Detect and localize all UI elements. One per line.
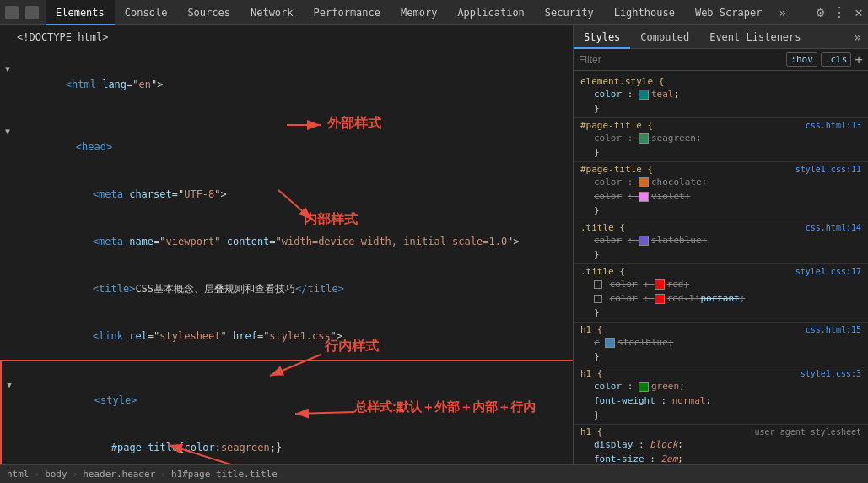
prop-colon: : bbox=[628, 235, 639, 246]
rule-source[interactable]: css.html:13 bbox=[806, 121, 861, 130]
rule-prop-2: color : violet; bbox=[580, 189, 861, 204]
style-rule-title-1: .title { css.html:14 color : slateblue; … bbox=[574, 220, 868, 264]
close-icon[interactable]: ✕ bbox=[855, 4, 863, 20]
rule-selector: h1 { bbox=[580, 368, 603, 379]
checkbox[interactable] bbox=[594, 280, 602, 289]
prop-colon: : bbox=[643, 293, 654, 304]
toolbar-right: ⚙ ⋮ ✕ bbox=[817, 4, 863, 20]
styles-tab-computed[interactable]: Computed bbox=[630, 25, 699, 49]
html-line: <html lang="en"> bbox=[0, 46, 573, 108]
status-body[interactable]: body bbox=[45, 469, 67, 480]
styles-tab-event-listeners[interactable]: Event Listeners bbox=[699, 25, 811, 49]
styles-tab-styles[interactable]: Styles bbox=[574, 25, 630, 49]
tab-application[interactable]: Application bbox=[447, 0, 534, 25]
filter-input[interactable] bbox=[579, 54, 783, 66]
html-line: <title>CSS基本概念、层叠规则和查看技巧</title> bbox=[0, 265, 573, 312]
styles-content: element.style { color : teal; } #page-ti… bbox=[574, 71, 868, 464]
style-rule-h1-2: h1 { style1.css:3 color : green; font-we… bbox=[574, 366, 868, 425]
prop-semi: ; bbox=[702, 176, 708, 187]
prop-name: display bbox=[594, 439, 633, 450]
prop-val: slateblue bbox=[639, 235, 702, 246]
prop-semi: ; bbox=[696, 133, 702, 144]
status-header[interactable]: header.header bbox=[83, 469, 155, 480]
prop-val: block bbox=[650, 439, 677, 450]
rule-header: h1 { user agent stylesheet bbox=[580, 426, 861, 437]
prop-val: green bbox=[639, 381, 679, 392]
prop-colon: : bbox=[628, 176, 639, 187]
tab-network[interactable]: Network bbox=[240, 0, 304, 25]
prop-name: color bbox=[610, 293, 638, 304]
status-sep-3: › bbox=[160, 469, 166, 480]
prop-name: color bbox=[610, 279, 638, 290]
rule-prop-2: font-size : 2em; bbox=[580, 452, 861, 464]
rule-source[interactable]: style1.css:3 bbox=[801, 369, 861, 378]
rule-prop: display : block; bbox=[580, 437, 861, 452]
prop-val: normal bbox=[672, 395, 706, 406]
prop-val-1: chocolate bbox=[639, 176, 702, 187]
rule-header: element.style { bbox=[580, 76, 861, 87]
prop-semi: ; bbox=[677, 439, 683, 450]
prop-name: color bbox=[594, 235, 622, 246]
rule-close: } bbox=[580, 101, 861, 116]
tabs-more-button[interactable]: » bbox=[772, 6, 792, 19]
window-controls bbox=[5, 6, 39, 19]
status-h1[interactable]: h1#page-title.title bbox=[171, 469, 278, 480]
prop-semi: ; bbox=[674, 89, 680, 100]
prop-semi: ; bbox=[677, 453, 683, 464]
tab-webscraper[interactable]: Web Scraper bbox=[685, 0, 772, 25]
rule-selector: h1 { bbox=[580, 426, 603, 437]
tab-memory[interactable]: Memory bbox=[391, 0, 447, 25]
styles-tabs: Styles Computed Event Listeners » bbox=[574, 25, 868, 49]
html-line-css1: #page-title{color:seagreen;} bbox=[0, 424, 573, 464]
tab-sources[interactable]: Sources bbox=[177, 0, 240, 25]
rule-prop: color steelblue; bbox=[580, 335, 861, 350]
prop-val: red-li bbox=[655, 293, 701, 304]
html-line: <!DOCTYPE html> bbox=[0, 29, 573, 46]
tab-elements[interactable]: Elements bbox=[46, 0, 115, 25]
tab-lighthouse[interactable]: Lighthouse bbox=[604, 0, 685, 25]
rule-close: } bbox=[580, 247, 861, 262]
rule-source[interactable]: style1.css:17 bbox=[795, 267, 861, 276]
prop-colon: : bbox=[628, 89, 639, 100]
filter-cls-button[interactable]: .cls bbox=[821, 52, 852, 67]
settings-icon[interactable]: ⚙ bbox=[817, 4, 825, 20]
filter-bar: :hov .cls + bbox=[574, 49, 868, 71]
rule-close: } bbox=[580, 350, 861, 364]
filter-plus-button[interactable]: + bbox=[855, 52, 863, 68]
tab-performance[interactable]: Performance bbox=[304, 0, 391, 25]
rule-source[interactable]: css.html:15 bbox=[806, 325, 861, 334]
prop-colon: : bbox=[639, 439, 650, 450]
rule-close: } bbox=[580, 145, 861, 160]
html-line: <head> bbox=[0, 108, 573, 171]
html-line: <meta name="viewport" content="width=dev… bbox=[0, 218, 573, 265]
style-rule-h1-1: h1 { css.html:15 color steelblue; } bbox=[574, 323, 868, 366]
prop-val: 2em bbox=[660, 453, 677, 464]
top-bar: Elements Console Sources Network Perform… bbox=[0, 0, 868, 25]
checkbox[interactable] bbox=[594, 295, 602, 303]
left-panel: <!DOCTYPE html> <html lang="en"> <head> … bbox=[0, 25, 574, 464]
prop-name: color bbox=[594, 89, 622, 100]
prop-name: color bbox=[594, 337, 600, 348]
prop-colon: : bbox=[643, 279, 654, 290]
prop-colon: : bbox=[628, 381, 639, 392]
rule-header: .title { css.html:14 bbox=[580, 222, 861, 233]
rule-header: .title { style1.css:17 bbox=[580, 266, 861, 277]
rule-close: } bbox=[580, 204, 861, 218]
rule-prop: color : seagreen; bbox=[580, 131, 861, 145]
styles-tabs-more[interactable]: » bbox=[848, 30, 868, 44]
more-icon[interactable]: ⋮ bbox=[833, 4, 846, 20]
tab-security[interactable]: Security bbox=[535, 0, 604, 25]
html-line-link: <link rel="stylesheet" href="style1.css"… bbox=[0, 312, 573, 360]
rule-source[interactable]: style1.css:11 bbox=[795, 165, 861, 174]
prop-semi: ; bbox=[705, 395, 711, 406]
prop-semi: ; bbox=[685, 191, 691, 202]
rule-header: #page-title { style1.css:11 bbox=[580, 164, 861, 175]
rule-selector: .title { bbox=[580, 222, 625, 233]
status-html[interactable]: html bbox=[7, 469, 30, 480]
prop-colon: : bbox=[660, 395, 671, 406]
rule-header: h1 { style1.css:3 bbox=[580, 368, 861, 379]
filter-hov-button[interactable]: :hov bbox=[786, 52, 817, 67]
rule-source[interactable]: css.html:14 bbox=[806, 223, 861, 232]
style-rule-title-2: .title { style1.css:17 color : red; colo… bbox=[574, 264, 868, 323]
tab-console[interactable]: Console bbox=[115, 0, 178, 25]
